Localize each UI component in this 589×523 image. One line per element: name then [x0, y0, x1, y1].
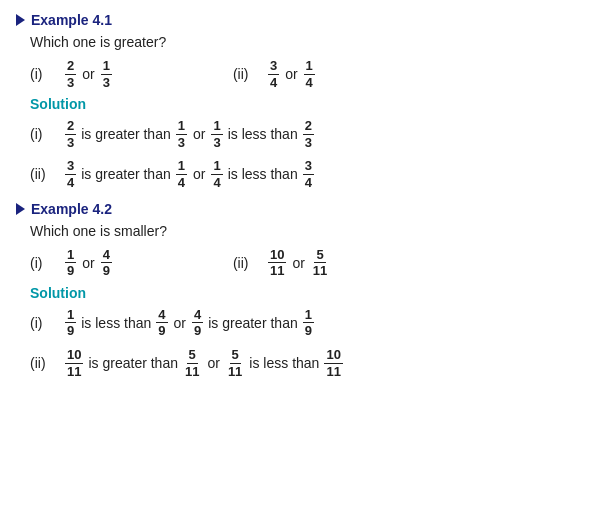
sol-1ii-cmp1: is greater than	[81, 166, 171, 182]
sol-1i-b: 1 3	[176, 118, 187, 150]
sol-2i-a: 1 9	[65, 307, 76, 339]
sol-2ii-c: 5 11	[226, 347, 244, 379]
example-4-2-solution-label: Solution	[30, 285, 573, 301]
sol-1i-a: 2 3	[65, 118, 76, 150]
sol-2i-or: or	[174, 315, 186, 331]
example-4-1-question: Which one is greater?	[30, 34, 573, 50]
sol-1i-or: or	[193, 126, 205, 142]
example-4-2-header: Example 4.2	[16, 201, 573, 217]
problem-1ii-or: or	[285, 66, 297, 82]
example-4-1-problems: (i) 2 3 or 1 3 (ii) 3 4 or 1 4	[30, 58, 573, 90]
example-4-1-solution-label: Solution	[30, 96, 573, 112]
problem-2i-frac1: 1 9	[65, 247, 76, 279]
sol-1ii-c: 1 4	[211, 158, 222, 190]
sol-2i-b: 4 9	[156, 307, 167, 339]
problem-1ii-frac1: 3 4	[268, 58, 279, 90]
sol-2i-d: 1 9	[303, 307, 314, 339]
problem-1i-frac1: 2 3	[65, 58, 76, 90]
sol-1ii-label: (ii)	[30, 166, 58, 182]
example-4-1-solution-i: (i) 2 3 is greater than 1 3 or 1 3 is le…	[30, 118, 573, 150]
sol-2i-cmp2: is greater than	[208, 315, 298, 331]
sol-2i-cmp1: is less than	[81, 315, 151, 331]
sol-2ii-cmp2: is less than	[249, 355, 319, 371]
sol-2i-label: (i)	[30, 315, 58, 331]
sol-1ii-or: or	[193, 166, 205, 182]
problem-2i-label: (i)	[30, 255, 58, 271]
example-4-1-title: Example 4.1	[31, 12, 112, 28]
sol-2ii-cmp1: is greater than	[88, 355, 178, 371]
problem-2ii-label: (ii)	[233, 255, 261, 271]
problem-2ii-or: or	[292, 255, 304, 271]
sol-2ii-d: 10 11	[324, 347, 342, 379]
example-4-1-header: Example 4.1	[16, 12, 573, 28]
sol-1i-c: 1 3	[211, 118, 222, 150]
problem-1i-frac2: 1 3	[101, 58, 112, 90]
example-4-1-solution-ii: (ii) 3 4 is greater than 1 4 or 1 4 is l…	[30, 158, 573, 190]
problem-1ii-frac2: 1 4	[304, 58, 315, 90]
sol-1i-d: 2 3	[303, 118, 314, 150]
problem-2ii-frac2: 5 11	[311, 247, 329, 279]
problem-2i-frac2: 4 9	[101, 247, 112, 279]
sol-2ii-label: (ii)	[30, 355, 58, 371]
sol-1i-label: (i)	[30, 126, 58, 142]
sol-1ii-cmp2: is less than	[228, 166, 298, 182]
example-4-2-solution-ii: (ii) 10 11 is greater than 5 11 or 5 11 …	[30, 347, 573, 379]
sol-1i-cmp2: is less than	[228, 126, 298, 142]
example-4-2-solution-i: (i) 1 9 is less than 4 9 or 4 9 is great…	[30, 307, 573, 339]
sol-2ii-or: or	[207, 355, 219, 371]
example-4-2-problems: (i) 1 9 or 4 9 (ii) 10 11 or 5 11	[30, 247, 573, 279]
triangle-icon-2	[16, 203, 25, 215]
problem-1i-or: or	[82, 66, 94, 82]
sol-1ii-a: 3 4	[65, 158, 76, 190]
problem-2ii-frac1: 10 11	[268, 247, 286, 279]
sol-1ii-d: 3 4	[303, 158, 314, 190]
triangle-icon	[16, 14, 25, 26]
problem-1i-label: (i)	[30, 66, 58, 82]
sol-2ii-a: 10 11	[65, 347, 83, 379]
sol-2i-c: 4 9	[192, 307, 203, 339]
sol-1ii-b: 1 4	[176, 158, 187, 190]
sol-2ii-b: 5 11	[183, 347, 201, 379]
example-4-2-question: Which one is smaller?	[30, 223, 573, 239]
problem-2i-or: or	[82, 255, 94, 271]
problem-1ii-label: (ii)	[233, 66, 261, 82]
example-4-2-title: Example 4.2	[31, 201, 112, 217]
sol-1i-cmp1: is greater than	[81, 126, 171, 142]
